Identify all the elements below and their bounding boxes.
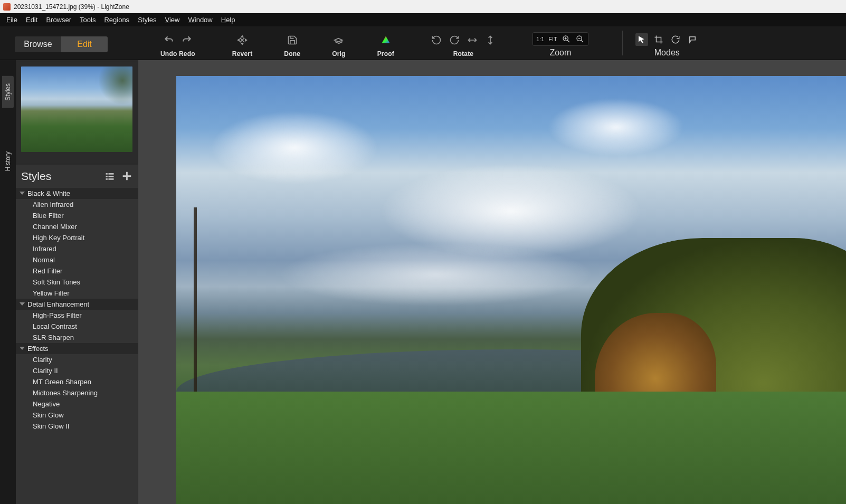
zoom-label: Zoom bbox=[549, 48, 571, 58]
menu-edit[interactable]: Edit bbox=[22, 14, 42, 25]
menu-file[interactable]: File bbox=[2, 14, 22, 25]
zoom-11-button[interactable]: 1:1 bbox=[536, 36, 544, 42]
mode-pointer-icon[interactable] bbox=[635, 33, 648, 46]
style-item[interactable]: High Key Portrait bbox=[16, 232, 138, 243]
style-item[interactable]: Clarity bbox=[16, 354, 138, 365]
style-item[interactable]: High-Pass Filter bbox=[16, 310, 138, 321]
menu-browser[interactable]: Browser bbox=[42, 14, 75, 25]
styles-add-icon[interactable] bbox=[121, 170, 132, 182]
style-item[interactable]: Skin Glow bbox=[16, 410, 138, 421]
vertical-tabs: Styles History bbox=[0, 60, 16, 504]
style-item[interactable]: Negative bbox=[16, 398, 138, 410]
modes-cluster: Modes bbox=[635, 26, 699, 60]
mode-crop-icon[interactable] bbox=[652, 33, 665, 46]
app-icon bbox=[3, 3, 11, 11]
style-item[interactable]: SLR Sharpen bbox=[16, 332, 138, 343]
menu-view[interactable]: View bbox=[161, 14, 184, 25]
zoom-out-icon[interactable] bbox=[575, 34, 585, 44]
revert-cluster: Revert bbox=[232, 26, 253, 60]
style-item[interactable]: Alien Infrared bbox=[16, 199, 138, 210]
menu-bar: File Edit Browser Tools Regions Styles V… bbox=[0, 13, 846, 26]
menu-tools[interactable]: Tools bbox=[75, 14, 100, 25]
title-bar: 20231031_154721.jpg (39%) - LightZone bbox=[0, 0, 846, 13]
style-item[interactable]: Normal bbox=[16, 254, 138, 265]
vtab-history[interactable]: History bbox=[2, 144, 14, 178]
mode-rotate-icon[interactable] bbox=[669, 33, 682, 46]
toolbar: Browse Edit Undo Redo Revert Done Orig P… bbox=[0, 26, 846, 60]
modes-label: Modes bbox=[654, 48, 680, 58]
separator bbox=[622, 31, 623, 55]
browse-button[interactable]: Browse bbox=[15, 36, 61, 52]
edit-button[interactable]: Edit bbox=[61, 36, 108, 52]
revert-label: Revert bbox=[232, 50, 253, 58]
orig-cluster: Orig bbox=[332, 26, 345, 60]
side-panel: Styles Black & WhiteAlien InfraredBlue F… bbox=[16, 60, 138, 504]
proof-cluster: Proof bbox=[377, 26, 394, 60]
done-icon[interactable] bbox=[287, 35, 298, 45]
done-cluster: Done bbox=[284, 26, 300, 60]
orig-icon[interactable] bbox=[334, 35, 344, 45]
menu-help[interactable]: Help bbox=[217, 14, 240, 25]
image-view[interactable] bbox=[176, 76, 846, 504]
undo-redo-cluster: Undo Redo bbox=[160, 26, 195, 60]
styles-list[interactable]: Black & WhiteAlien InfraredBlue FilterCh… bbox=[16, 188, 138, 504]
style-category[interactable]: Effects bbox=[16, 343, 138, 354]
orig-label: Orig bbox=[332, 50, 345, 58]
menu-window[interactable]: Window bbox=[184, 14, 216, 25]
svg-rect-6 bbox=[109, 176, 114, 177]
style-item[interactable]: MT Green Sharpen bbox=[16, 376, 138, 387]
styles-header: Styles bbox=[16, 165, 138, 188]
redo-icon[interactable] bbox=[182, 35, 192, 45]
style-item[interactable]: Channel Mixer bbox=[16, 221, 138, 232]
window-title: 20231031_154721.jpg (39%) - LightZone bbox=[14, 3, 129, 11]
menu-styles[interactable]: Styles bbox=[134, 14, 160, 25]
vtab-styles[interactable]: Styles bbox=[2, 76, 14, 108]
rotate-left-icon[interactable] bbox=[431, 35, 442, 45]
style-category[interactable]: Black & White bbox=[16, 188, 138, 199]
rotate-label: Rotate bbox=[453, 50, 474, 58]
svg-rect-5 bbox=[106, 176, 108, 177]
zoom-in-icon[interactable] bbox=[562, 34, 571, 44]
zoom-box: 1:1 FIT bbox=[533, 32, 588, 46]
style-item[interactable]: Skin Glow II bbox=[16, 421, 138, 432]
style-item[interactable]: Soft Skin Tones bbox=[16, 277, 138, 288]
svg-rect-3 bbox=[106, 173, 108, 175]
style-item[interactable]: Clarity II bbox=[16, 365, 138, 376]
rotate-right-icon[interactable] bbox=[449, 35, 460, 45]
mode-region-icon[interactable] bbox=[686, 33, 699, 46]
thumbnail-image[interactable] bbox=[21, 66, 132, 152]
undo-redo-label: Undo Redo bbox=[160, 50, 195, 58]
style-item[interactable]: Red Filter bbox=[16, 265, 138, 277]
zoom-cluster: 1:1 FIT Zoom bbox=[533, 26, 588, 60]
svg-rect-7 bbox=[106, 178, 108, 180]
styles-title: Styles bbox=[21, 170, 51, 183]
undo-icon[interactable] bbox=[164, 35, 174, 45]
menu-regions[interactable]: Regions bbox=[100, 14, 134, 25]
revert-icon[interactable] bbox=[237, 35, 248, 45]
proof-label: Proof bbox=[377, 50, 394, 58]
done-label: Done bbox=[284, 50, 300, 58]
flip-vertical-icon[interactable] bbox=[485, 35, 496, 45]
canvas[interactable] bbox=[138, 60, 846, 504]
style-item[interactable]: Infrared bbox=[16, 243, 138, 254]
style-item[interactable]: Midtones Sharpening bbox=[16, 387, 138, 398]
flip-horizontal-icon[interactable] bbox=[467, 35, 478, 45]
style-item[interactable]: Yellow Filter bbox=[16, 288, 138, 299]
main-area: Styles History Styles Black & WhiteAlien… bbox=[0, 60, 846, 504]
proof-icon[interactable] bbox=[380, 34, 392, 46]
style-item[interactable]: Blue Filter bbox=[16, 210, 138, 221]
thumbnail-area bbox=[16, 60, 138, 165]
style-item[interactable]: Local Contrast bbox=[16, 321, 138, 332]
svg-rect-4 bbox=[109, 173, 114, 175]
svg-marker-0 bbox=[382, 36, 389, 43]
zoom-fit-button[interactable]: FIT bbox=[548, 36, 557, 42]
style-category[interactable]: Detail Enhancement bbox=[16, 299, 138, 310]
styles-list-icon[interactable] bbox=[104, 170, 116, 182]
rotate-cluster: Rotate bbox=[431, 26, 496, 60]
svg-rect-8 bbox=[109, 178, 114, 180]
browse-edit-switch: Browse Edit bbox=[15, 26, 108, 60]
